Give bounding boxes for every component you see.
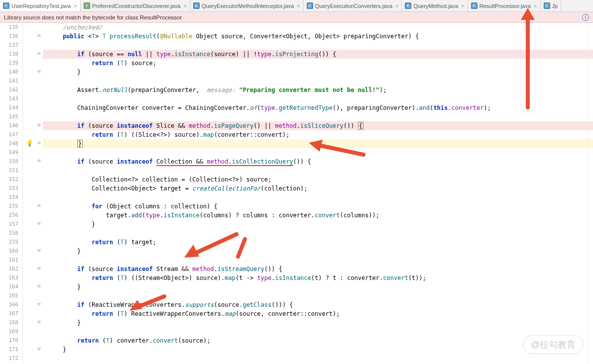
close-icon[interactable]: × (74, 3, 77, 9)
java-interface-icon: I (84, 2, 90, 9)
minimap[interactable] (588, 23, 593, 364)
fold-margin: ⊟⊟⊟⊟⊟💡⊟⊟⊟⊟⊟⊟⊟⊟⊟ (23, 23, 43, 364)
close-icon[interactable]: × (395, 3, 398, 9)
close-icon[interactable]: × (461, 3, 464, 9)
fold-icon[interactable]: ⊟ (37, 266, 41, 271)
fold-icon[interactable]: ⊟ (37, 141, 41, 145)
fold-icon[interactable]: ⊟ (37, 159, 41, 163)
tab-preferredconstructor[interactable]: IPreferredConstructorDiscoverer.java× (81, 0, 190, 11)
fold-icon[interactable]: ⊟ (37, 203, 41, 208)
fold-icon[interactable]: ⊟ (37, 33, 41, 38)
tab-queryexecutionconverters[interactable]: CQueryExecutionConverters.java× (304, 0, 402, 11)
fold-icon[interactable]: ⊟ (37, 51, 41, 56)
warning-bar: Library source does not match the byteco… (0, 12, 593, 23)
java-class-icon: C (471, 2, 477, 9)
close-icon[interactable]: × (534, 3, 537, 9)
fold-icon[interactable]: ⊟ (37, 221, 41, 226)
code-area[interactable]: /unchecked/ public <T> T processResult(@… (43, 23, 593, 364)
line-gutter: 1351361371381391401411421431441451461471… (0, 23, 23, 364)
close-icon[interactable]: × (184, 3, 187, 9)
java-class-icon: C (307, 2, 313, 9)
java-class-icon: C (544, 2, 550, 9)
fold-icon[interactable]: ⊟ (37, 347, 41, 351)
java-class-icon: C (193, 2, 200, 9)
tab-userrepositorytest[interactable]: CUserRepositoryTest.java× (0, 0, 81, 11)
fold-icon[interactable]: ⊟ (37, 123, 41, 127)
tab-jp[interactable]: CJp (541, 0, 562, 11)
tab-querymethod[interactable]: CQueryMethod.java× (402, 0, 468, 11)
fold-icon[interactable]: ⊟ (37, 69, 41, 74)
info-icon[interactable]: i (582, 14, 589, 21)
fold-icon[interactable]: ⊟ (37, 320, 41, 324)
editor-tabs: CUserRepositoryTest.java× IPreferredCons… (0, 0, 593, 12)
fold-icon[interactable]: ⊟ (37, 248, 41, 253)
tab-queryexecutormethodinterceptor[interactable]: CQueryExecutorMethodInterceptor.java× (190, 0, 304, 11)
fold-icon[interactable]: ⊟ (37, 302, 41, 306)
close-icon[interactable]: × (297, 3, 300, 9)
editor: 1351361371381391401411421431441451461471… (0, 23, 593, 364)
fold-icon[interactable]: ⊟ (37, 284, 41, 288)
java-class-icon: C (3, 2, 9, 9)
tab-resultprocessor[interactable]: CResultProcessor.java× (468, 0, 541, 11)
intention-bulb-icon[interactable]: 💡 (26, 140, 33, 147)
java-class-icon: C (405, 2, 411, 9)
watermark: @拉勾教育 (523, 335, 583, 354)
warning-text: Library source does not match the byteco… (4, 14, 182, 20)
